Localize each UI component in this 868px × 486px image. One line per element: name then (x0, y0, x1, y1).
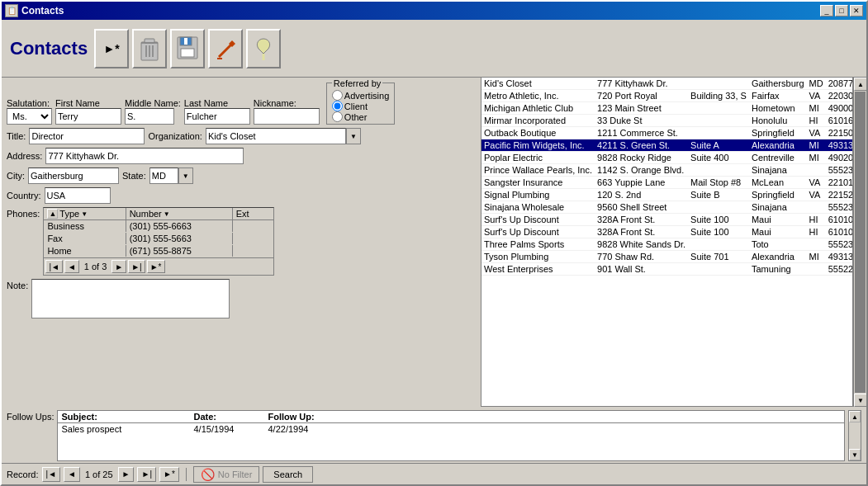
org-cell: Sinajana (749, 164, 807, 177)
new-record-button[interactable]: ►* (94, 29, 129, 68)
scroll-up-btn[interactable]: ▲ (854, 78, 866, 91)
org-row[interactable]: Sinajana Wholesale9560 Shell StreetSinaj… (481, 201, 853, 214)
org-cell: Tyson Plumbing (481, 251, 595, 263)
followups-label: Follow Ups: (7, 410, 54, 422)
advertising-radio-row: Advertising (332, 90, 389, 101)
phones-label: Phones: (7, 207, 40, 219)
org-cell: MD (807, 78, 826, 90)
phone-record-count: 1 of 3 (81, 262, 111, 271)
search-btn[interactable]: Search (263, 466, 313, 483)
status-bar: Record: |◄ ◄ 1 of 25 ► ►| ►* 🚫 No Filter… (2, 463, 866, 484)
org-row[interactable]: Michigan Athletic Club123 Main StreetHom… (481, 102, 853, 115)
maximize-button[interactable]: □ (835, 5, 848, 17)
edit-button[interactable] (208, 29, 243, 68)
address-input[interactable] (45, 148, 244, 164)
phone-prev-btn[interactable]: ◄ (64, 260, 79, 273)
fu-followup-header: Follow Up: (268, 412, 342, 422)
close-button[interactable]: ✕ (850, 5, 863, 17)
other-radio-row: Other (332, 111, 389, 122)
title-input[interactable] (29, 128, 145, 144)
nickname-input[interactable] (254, 108, 320, 125)
org-row[interactable]: Sangster Insurance663 Yuppie LaneMail St… (481, 177, 853, 189)
org-row[interactable]: Surf's Up Discount328A Front St.Suite 10… (481, 226, 853, 238)
org-row[interactable]: Tyson Plumbing770 Shaw Rd.Suite 701Alexa… (481, 251, 853, 263)
middlename-input[interactable] (125, 108, 174, 125)
state-dropdown-btn[interactable]: ▼ (178, 168, 193, 184)
fu-scroll-track (849, 422, 861, 449)
phone-row-fax[interactable]: Fax (301) 555-5663 (44, 233, 273, 245)
org-cell: MI (807, 102, 826, 115)
org-row[interactable]: Outback Boutique1211 Commerce St.Springf… (481, 127, 853, 139)
firstname-input[interactable] (55, 108, 121, 125)
phones-num-header: Number ▼ (126, 208, 233, 219)
org-row[interactable]: Mirmar Incorporated33 Duke StHonoluluHI6… (481, 115, 853, 127)
state-input[interactable] (149, 168, 178, 184)
delete-button[interactable] (132, 29, 167, 68)
fu-subject-header: Subject: (61, 412, 193, 422)
followups-row: Follow Ups: Subject: Date: Follow Up: Sa… (7, 410, 861, 461)
title-label: Title: (7, 131, 26, 141)
org-cell: Building 33, S (688, 90, 749, 102)
scroll-down-btn[interactable]: ▼ (854, 394, 866, 407)
svg-rect-9 (184, 38, 187, 45)
phone-next-btn[interactable]: ► (111, 260, 126, 273)
org-cell: 22152 (826, 189, 853, 201)
org-row[interactable]: Metro Athletic, Inc.720 Port RoyalBuildi… (481, 90, 853, 102)
phone-new-btn[interactable]: ►* (147, 260, 165, 273)
fu-date-value: 4/15/1994 (193, 424, 268, 434)
org-cell: MI (807, 139, 826, 152)
lastname-input[interactable] (184, 108, 250, 125)
country-label: Country: (7, 191, 41, 201)
next-record-btn[interactable]: ► (118, 467, 135, 482)
city-input[interactable] (28, 168, 119, 184)
advertising-radio[interactable] (332, 90, 343, 101)
main-area: Salutation: Ms.Mr.Dr. First Name Middle … (2, 78, 866, 407)
no-filter-btn[interactable]: 🚫 No Filter (193, 466, 260, 483)
org-cell: Suite 701 (688, 251, 749, 263)
org-row[interactable]: Three Palms Sports9828 White Sands Dr.To… (481, 238, 853, 251)
address-label: Address: (7, 151, 42, 161)
org-row[interactable]: Signal Plumbing120 S. 2ndSuite BSpringfi… (481, 189, 853, 201)
org-cell: 49000 (826, 102, 853, 115)
org-row[interactable]: Poplar Electric9828 Rocky RidgeSuite 400… (481, 152, 853, 164)
org-row[interactable]: West Enterprises901 Wall St.Tamuning5552… (481, 263, 853, 276)
org-cell (688, 263, 749, 276)
other-radio[interactable] (332, 111, 343, 122)
org-scrollbar: ▲ ▼ (853, 78, 866, 407)
org-cell: MI (807, 152, 826, 164)
help-button[interactable] (246, 29, 281, 68)
followups-data-row[interactable]: Sales prospect 4/15/1994 4/22/1994 (58, 423, 844, 435)
last-record-btn[interactable]: ►| (137, 467, 156, 482)
org-cell: Michigan Athletic Club (481, 102, 595, 115)
phone-row-home[interactable]: Home (671) 555-8875 (44, 245, 273, 257)
salutation-select[interactable]: Ms.Mr.Dr. (7, 108, 52, 125)
country-input[interactable] (45, 187, 111, 204)
fu-followup-value: 4/22/1994 (268, 424, 342, 434)
org-row[interactable]: Kid's Closet777 Kittyhawk Dr.Gaithersbur… (481, 78, 853, 90)
org-row[interactable]: Prince Wallace Pearls, Inc.1142 S. Orang… (481, 164, 853, 177)
left-panel: Salutation: Ms.Mr.Dr. First Name Middle … (2, 78, 481, 407)
org-dropdown-btn[interactable]: ▼ (346, 128, 361, 144)
org-row[interactable]: Pacific Rim Widgets, Inc.4211 S. Green S… (481, 139, 853, 152)
first-record-btn[interactable]: |◄ (42, 467, 61, 482)
org-input[interactable] (206, 128, 346, 144)
minimize-button[interactable]: _ (820, 5, 833, 17)
new-record-nav-btn[interactable]: ►* (159, 467, 179, 482)
fu-scroll-down[interactable]: ▼ (849, 449, 861, 460)
org-cell: 55523 (826, 201, 853, 214)
org-cell (688, 201, 749, 214)
org-cell: 9828 Rocky Ridge (595, 152, 688, 164)
org-row[interactable]: Surf's Up Discount328A Front St.Suite 10… (481, 214, 853, 226)
phone-first-btn[interactable]: |◄ (45, 260, 63, 273)
phone-last-btn[interactable]: ►| (128, 260, 145, 273)
phone-row-business[interactable]: Business (301) 555-6663 (44, 220, 273, 233)
client-radio[interactable] (332, 101, 343, 111)
note-textarea[interactable] (31, 279, 230, 318)
prev-record-btn[interactable]: ◄ (64, 467, 80, 482)
org-cell (688, 78, 749, 90)
org-cell: Poplar Electric (481, 152, 595, 164)
fu-scroll-up[interactable]: ▲ (849, 411, 861, 422)
save-button[interactable] (170, 29, 205, 68)
phones-sort-icon[interactable]: ▲ (47, 209, 58, 219)
org-cell: VA (807, 90, 826, 102)
